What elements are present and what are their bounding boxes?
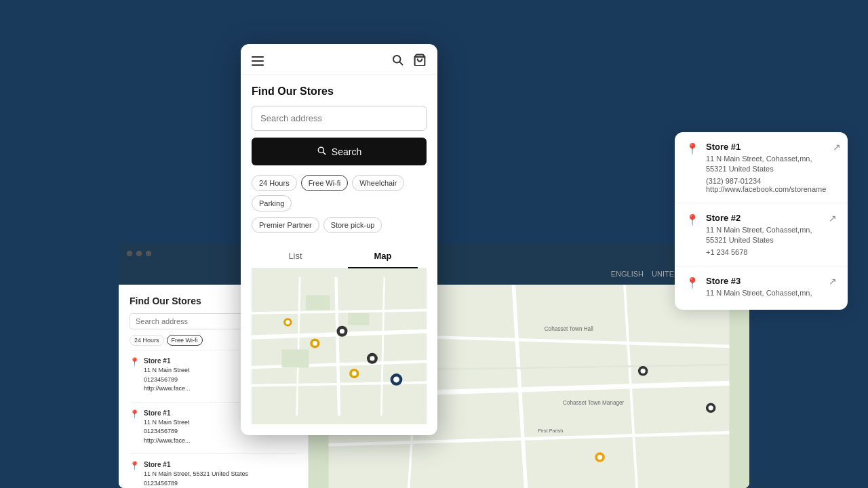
- store-popup-phone-2: +1 234 5678: [706, 248, 822, 256]
- search-icon[interactable]: [391, 54, 403, 68]
- browser-dot-3: [146, 251, 151, 256]
- filter-parking[interactable]: Parking: [252, 195, 292, 211]
- search-address-input[interactable]: [252, 106, 427, 131]
- filter-row-2: Premier Partner Store pick-up: [252, 217, 427, 233]
- tab-list[interactable]: List: [252, 244, 339, 268]
- store-popup-pin-2: 📍: [686, 214, 699, 226]
- cart-icon[interactable]: [413, 54, 427, 68]
- filter-row-1: 24 Hours Free Wi-fi Wheelchair Parking: [252, 175, 427, 211]
- store-popup: 📍 Store #1 11 N Main Street, Cohasset,mn…: [675, 132, 848, 310]
- header-icons: [391, 54, 427, 68]
- hamburger-menu-button[interactable]: [252, 56, 264, 66]
- store-popup-pin-3: 📍: [686, 277, 699, 289]
- store-popup-addr-1: 11 N Main Street, Cohasset,mn, 55321 Uni…: [706, 154, 826, 175]
- svg-text:Cohasset Town Hall: Cohasset Town Hall: [545, 326, 593, 332]
- sidebar-store-name-3: Store #1: [144, 460, 248, 470]
- store-popup-directions-2[interactable]: ↗: [829, 213, 837, 224]
- svg-point-46: [285, 320, 290, 324]
- store-popup-directions-1[interactable]: ↗: [833, 142, 841, 152]
- sidebar-store-addr-1: 11 N Main Street: [144, 366, 191, 375]
- svg-text:Cohasset Town Manager: Cohasset Town Manager: [563, 400, 625, 406]
- store-popup-name-1: Store #1: [706, 142, 826, 152]
- svg-rect-32: [306, 295, 330, 310]
- sidebar-store-phone-3: 0123456789: [144, 479, 248, 489]
- sidebar-store-phone-1: 0123456789: [144, 375, 191, 385]
- tab-map[interactable]: Map: [339, 244, 427, 268]
- filter-pickup[interactable]: Store pick-up: [323, 217, 382, 233]
- svg-text:First Parish: First Parish: [538, 428, 564, 434]
- svg-line-20: [399, 62, 402, 64]
- store-pin-icon-1: 📍: [130, 357, 140, 394]
- hamburger-line-3: [252, 64, 264, 66]
- store-popup-item-1: 📍 Store #1 11 N Main Street, Cohasset,mn…: [675, 132, 848, 203]
- page-title: Find Our Stores: [252, 85, 427, 98]
- store-popup-addr-3: 11 N Main Street, Cohasset,mn,: [706, 288, 822, 298]
- sidebar-store-link-2: http://www.face...: [144, 436, 191, 446]
- store-popup-content-2: Store #2 11 N Main Street, Cohasset,mn, …: [706, 213, 822, 256]
- hamburger-line-1: [252, 56, 264, 58]
- filter-wheelchair[interactable]: Wheelchair: [352, 175, 404, 191]
- svg-point-44: [393, 376, 399, 382]
- store-popup-name-2: Store #2: [706, 213, 822, 223]
- filter-24hours[interactable]: 24 Hours: [252, 175, 297, 191]
- tab-map-label: Map: [374, 251, 392, 261]
- header-language: ENGLISH: [611, 270, 644, 278]
- sidebar-store-addr-3: 11 N Main Street, 55321 United States: [144, 470, 248, 479]
- mobile-card: Find Our Stores Search 24 Hours Free Wi-…: [241, 44, 437, 435]
- browser-dot-1: [127, 251, 132, 256]
- svg-point-36: [340, 329, 344, 333]
- store-popup-phone-1: (312) 987-01234: [706, 177, 826, 185]
- search-btn-icon: [317, 146, 326, 157]
- svg-point-14: [709, 405, 713, 410]
- sidebar-store-addr-2: 11 N Main Street: [144, 418, 191, 428]
- store-popup-item-2: 📍 Store #2 11 N Main Street, Cohasset,mn…: [675, 203, 848, 266]
- svg-rect-34: [281, 349, 309, 367]
- store-popup-item-3: 📍 Store #3 11 N Main Street, Cohasset,mn…: [675, 266, 848, 310]
- svg-point-42: [352, 371, 357, 375]
- store-pin-icon-2: 📍: [130, 409, 140, 446]
- mobile-header: [241, 44, 437, 75]
- sidebar-store-3: 📍 Store #1 11 N Main Street, 55321 Unite…: [130, 453, 297, 488]
- store-pin-icon-3: 📍: [130, 461, 140, 488]
- svg-point-38: [370, 356, 374, 361]
- svg-point-12: [641, 369, 646, 373]
- tab-list-label: List: [288, 251, 302, 261]
- store-popup-content-3: Store #3 11 N Main Street, Cohasset,mn,: [706, 276, 822, 300]
- store-popup-content-1: Store #1 11 N Main Street, Cohasset,mn, …: [706, 142, 826, 193]
- filter-wifi[interactable]: Free Wi-fi: [301, 175, 349, 191]
- filter-24hours[interactable]: 24 Hours: [130, 335, 164, 346]
- filter-premier[interactable]: Premier Partner: [252, 217, 319, 233]
- search-button[interactable]: Search: [252, 138, 427, 165]
- store-popup-directions-3[interactable]: ↗: [829, 276, 837, 287]
- svg-point-18: [597, 455, 602, 460]
- sidebar-store-name-2: Store #1: [144, 408, 191, 418]
- svg-rect-33: [348, 313, 369, 325]
- sidebar-store-link-1: http://www.face...: [144, 384, 191, 394]
- store-popup-addr-2: 11 N Main Street, Cohasset,mn, 55321 Uni…: [706, 225, 822, 246]
- map-thumbnail: [252, 268, 427, 424]
- store-popup-pin-1: 📍: [686, 142, 699, 155]
- search-button-label: Search: [332, 146, 361, 157]
- browser-dot-2: [136, 251, 142, 256]
- hamburger-line-2: [252, 60, 264, 62]
- svg-point-40: [313, 341, 317, 346]
- sidebar-store-name-1: Store #1: [144, 356, 191, 366]
- svg-line-23: [323, 152, 325, 155]
- sidebar-store-phone-2: 0123456789: [144, 427, 191, 436]
- store-popup-link-1: http://www.facebook.com/storename: [706, 185, 826, 193]
- mobile-body: Find Our Stores Search 24 Hours Free Wi-…: [241, 75, 437, 435]
- filter-wifi[interactable]: Free Wi-fi: [167, 335, 203, 346]
- tab-row: List Map: [252, 244, 427, 268]
- store-popup-name-3: Store #3: [706, 276, 822, 286]
